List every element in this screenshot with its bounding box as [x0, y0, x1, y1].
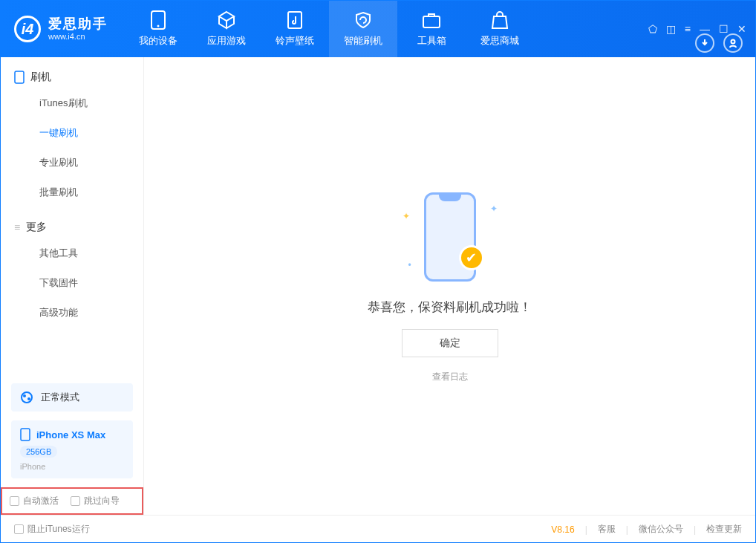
device-name: iPhone XS Max: [36, 429, 105, 440]
success-message: 恭喜您，保资料刷机成功啦！: [368, 299, 532, 316]
sidebar-section-more: ≡ 更多: [1, 207, 143, 238]
checkbox-icon: [14, 524, 24, 534]
cube-icon: [217, 10, 236, 30]
customer-service-link[interactable]: 客服: [598, 523, 616, 536]
svg-rect-3: [423, 16, 440, 27]
sidebar-item-advanced[interactable]: 高级功能: [1, 298, 143, 328]
app-url: www.i4.cn: [48, 32, 108, 42]
menu-icon[interactable]: ≡: [685, 23, 691, 35]
svg-point-1: [157, 25, 160, 27]
main-content: ✦ ✦ • ✔ 恭喜您，保资料刷机成功啦！ 确定 查看日志: [144, 57, 755, 515]
tab-label: 铃声壁纸: [276, 34, 314, 48]
block-itunes-checkbox[interactable]: 阻止iTunes运行: [14, 523, 90, 536]
ok-button[interactable]: 确定: [402, 329, 498, 357]
tab-apps[interactable]: 应用游戏: [192, 1, 261, 57]
device-type: iPhone: [20, 462, 45, 471]
auto-activate-checkbox[interactable]: 自动激活: [10, 495, 59, 507]
sidebar-item-itunes-flash[interactable]: iTunes刷机: [1, 88, 143, 118]
sidebar-item-other-tools[interactable]: 其他工具: [1, 238, 143, 268]
statusbar: 阻止iTunes运行 V8.16 | 客服 | 微信公众号 | 检查更新: [1, 515, 755, 543]
svg-point-6: [22, 392, 32, 403]
sidebar-item-batch-flash[interactable]: 批量刷机: [1, 178, 143, 207]
svg-rect-5: [15, 71, 24, 83]
mode-label: 正常模式: [41, 391, 79, 404]
tab-label: 工具箱: [417, 34, 446, 48]
phone-small-icon: [20, 428, 30, 441]
tab-ringtones[interactable]: 铃声壁纸: [261, 1, 329, 57]
checkbox-icon: [71, 496, 80, 506]
sidebar: 刷机 iTunes刷机 一键刷机 专业刷机 批量刷机 ≡ 更多 其他工具 下载固…: [1, 57, 144, 515]
phone-icon: [14, 71, 25, 84]
tab-label: 爱思商城: [480, 34, 519, 48]
sidebar-item-download-firmware[interactable]: 下载固件: [1, 268, 143, 298]
titlebar: i4 爱思助手 www.i4.cn 我的设备 应用游戏 铃声壁纸 智能刷机 工具…: [1, 1, 755, 57]
tab-label: 我的设备: [139, 34, 177, 48]
shirt-icon[interactable]: ⬠: [648, 23, 657, 35]
checkbox-icon: [10, 496, 19, 506]
svg-rect-9: [21, 429, 30, 440]
user-icon[interactable]: [723, 33, 743, 53]
storage-badge: 256GB: [20, 446, 57, 458]
device-mode-card[interactable]: 正常模式: [11, 383, 133, 412]
svg-point-7: [23, 394, 26, 397]
lock-icon[interactable]: ◫: [666, 23, 676, 35]
music-file-icon: [285, 10, 304, 30]
sidebar-item-pro-flash[interactable]: 专业刷机: [1, 148, 143, 178]
sidebar-section-flash: 刷机: [1, 57, 143, 88]
briefcase-icon: [422, 10, 441, 30]
sidebar-item-oneclick-flash[interactable]: 一键刷机: [1, 118, 143, 148]
app-name: 爱思助手: [48, 16, 108, 32]
download-icon[interactable]: [695, 33, 714, 53]
tab-label: 智能刷机: [344, 34, 382, 48]
tab-flash[interactable]: 智能刷机: [329, 1, 397, 57]
logo-icon: i4: [14, 16, 41, 42]
app-logo: i4 爱思助手 www.i4.cn: [1, 16, 124, 42]
device-icon: [149, 10, 168, 30]
svg-point-4: [731, 40, 735, 44]
tab-label: 应用游戏: [207, 34, 246, 48]
refresh-shield-icon: [353, 10, 373, 30]
list-icon: ≡: [14, 221, 20, 233]
view-log-link[interactable]: 查看日志: [432, 371, 468, 383]
bag-icon: [490, 10, 509, 30]
skip-guide-checkbox[interactable]: 跳过向导: [71, 495, 120, 507]
options-row: 自动激活 跳过向导: [1, 487, 143, 515]
version-label: V8.16: [551, 524, 574, 535]
tab-toolbox[interactable]: 工具箱: [397, 1, 466, 57]
svg-point-8: [27, 397, 30, 400]
check-update-link[interactable]: 检查更新: [706, 523, 742, 536]
success-illustration: ✦ ✦ • ✔: [398, 189, 502, 285]
mode-icon: [20, 391, 33, 404]
tab-store[interactable]: 爱思商城: [466, 1, 534, 57]
device-info-card[interactable]: iPhone XS Max 256GB iPhone: [11, 420, 133, 478]
check-badge-icon: ✔: [459, 245, 484, 270]
tab-my-device[interactable]: 我的设备: [124, 1, 192, 57]
wechat-link[interactable]: 微信公众号: [639, 523, 683, 536]
main-tabs: 我的设备 应用游戏 铃声壁纸 智能刷机 工具箱 爱思商城: [124, 1, 534, 57]
